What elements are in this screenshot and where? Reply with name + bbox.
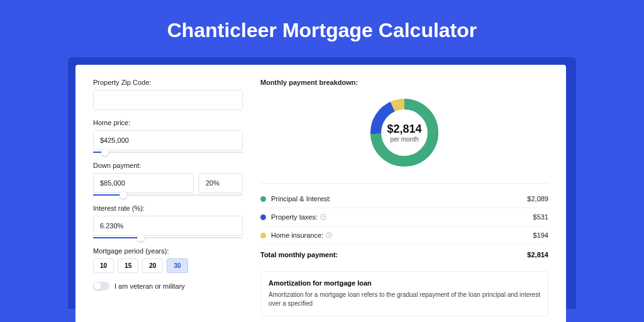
inputs-column: Property Zip Code: Home price: Down paym… <box>93 79 243 322</box>
shadow-card: Property Zip Code: Home price: Down paym… <box>68 57 576 309</box>
period-button-10[interactable]: 10 <box>93 258 114 273</box>
info-icon[interactable]: ? <box>320 214 326 220</box>
mortgage-period-label: Mortgage period (years): <box>93 247 243 255</box>
amortization-title: Amortization for mortgage loan <box>269 279 540 287</box>
results-column: Monthly payment breakdown: $2,814 per mo… <box>260 79 548 322</box>
veteran-toggle-label: I am veteran or military <box>114 282 185 290</box>
slider-thumb[interactable] <box>137 234 145 242</box>
mortgage-period-group: 10152030 <box>93 258 243 273</box>
home-price-slider[interactable] <box>93 152 243 153</box>
toggle-knob <box>94 282 101 290</box>
donut-chart: $2,814 per month <box>367 95 442 170</box>
page-title: Chanticleer Mortgage Calculator <box>0 0 644 57</box>
down-payment-slider[interactable] <box>93 194 243 196</box>
down-payment-row <box>93 173 243 194</box>
amortization-card: Amortization for mortgage loan Amortizat… <box>260 271 548 316</box>
breakdown-label: Home insurance:? <box>271 231 533 239</box>
breakdown-label: Property taxes:? <box>271 213 533 221</box>
legend-dot <box>260 214 266 220</box>
breakdown-value: $194 <box>533 231 548 239</box>
breakdown-line: Principal & Interest:$2,089 <box>260 190 548 208</box>
breakdown-value: $2,089 <box>527 195 548 203</box>
veteran-toggle-row: I am veteran or military <box>93 282 243 291</box>
breakdown-title: Monthly payment breakdown: <box>260 79 548 86</box>
down-payment-percent-input[interactable] <box>199 173 243 193</box>
slider-fill <box>93 194 123 196</box>
donut-center: $2,814 per month <box>367 95 442 170</box>
interest-rate-slider[interactable] <box>93 237 243 238</box>
donut-amount: $2,814 <box>387 123 421 136</box>
home-price-label: Home price: <box>93 119 243 126</box>
donut-chart-wrap: $2,814 per month <box>260 90 548 184</box>
interest-rate-label: Interest rate (%): <box>93 204 243 212</box>
zip-label: Property Zip Code: <box>93 79 243 86</box>
total-label: Total monthly payment: <box>260 251 527 258</box>
veteran-toggle[interactable] <box>93 282 109 291</box>
breakdown-line: Home insurance:?$194 <box>260 226 548 245</box>
slider-fill <box>93 237 141 238</box>
down-payment-label: Down payment: <box>93 162 243 169</box>
donut-sublabel: per month <box>390 136 418 143</box>
slider-thumb[interactable] <box>119 191 127 199</box>
period-button-15[interactable]: 15 <box>118 258 138 273</box>
amortization-text: Amortization for a mortgage loan refers … <box>269 291 540 308</box>
interest-rate-input[interactable] <box>93 216 243 236</box>
total-payment-line: Total monthly payment: $2,814 <box>260 245 548 267</box>
breakdown-list: Principal & Interest:$2,089Property taxe… <box>260 184 548 245</box>
info-icon[interactable]: ? <box>326 232 332 238</box>
period-button-20[interactable]: 20 <box>142 258 163 273</box>
legend-dot <box>260 196 266 202</box>
breakdown-value: $531 <box>533 213 548 221</box>
zip-input[interactable] <box>93 90 243 110</box>
calculator-card: Property Zip Code: Home price: Down paym… <box>75 65 566 322</box>
home-price-input[interactable] <box>93 130 243 150</box>
legend-dot <box>260 233 266 238</box>
total-value: $2,814 <box>527 251 548 258</box>
breakdown-label: Principal & Interest: <box>271 195 527 203</box>
down-payment-amount-input[interactable] <box>93 173 194 193</box>
period-button-30[interactable]: 30 <box>167 258 187 273</box>
slider-thumb[interactable] <box>101 148 109 156</box>
breakdown-line: Property taxes:?$531 <box>260 208 548 226</box>
